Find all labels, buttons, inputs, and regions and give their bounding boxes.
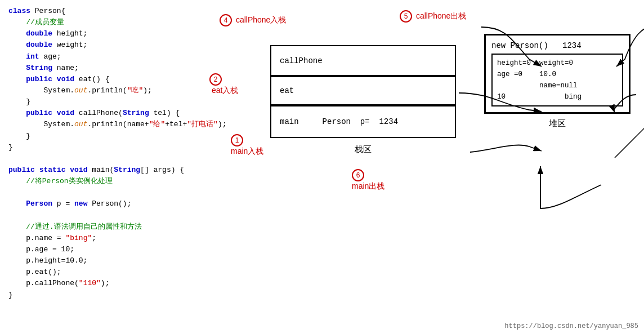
code-line: //通过.语法调用自己的属性和方法 bbox=[8, 221, 205, 233]
code-line bbox=[8, 210, 205, 221]
annotation-callphone-in: 4 callPhone入栈 bbox=[220, 14, 286, 26]
code-line: System.out.println("吃"); bbox=[8, 85, 205, 96]
footer: https://blog.csdn.net/yanyuan_985 bbox=[504, 322, 638, 330]
code-line: int age; bbox=[8, 51, 205, 63]
heap-area: new Person() 1234 height=0 weight=0 age … bbox=[484, 34, 630, 114]
code-line: } bbox=[8, 96, 205, 108]
code-line: public void callPhone(String tel) { bbox=[8, 108, 205, 119]
code-line: System.out.println(name+"给"+tel+"打电话"); bbox=[8, 119, 205, 130]
code-line: p.height=10.0; bbox=[8, 255, 205, 267]
stack-frame-main: main Person p= 1234 bbox=[270, 105, 456, 138]
code-line: //将Person类实例化处理 bbox=[8, 176, 205, 187]
stack-label: 栈区 bbox=[355, 144, 372, 155]
code-line: public static void main(String[] args) { bbox=[8, 165, 205, 176]
code-line: p.age = 10; bbox=[8, 244, 205, 255]
annotation-main-out: 6main出栈 bbox=[352, 169, 384, 192]
code-line: p.name = "bing"; bbox=[8, 233, 205, 244]
heap-label: 堆区 bbox=[549, 118, 566, 129]
code-line: } bbox=[8, 290, 205, 301]
code-line: p.eat(); bbox=[8, 267, 205, 278]
code-line bbox=[8, 153, 205, 165]
annotation-main-in: 1main入栈 bbox=[231, 134, 263, 157]
frame-label-eat: eat bbox=[280, 86, 294, 95]
code-line: } bbox=[8, 131, 205, 142]
stack-frame-callphone: callPhone bbox=[270, 45, 456, 76]
code-line: double height; bbox=[8, 28, 205, 39]
stack-frame-eat: eat bbox=[270, 76, 456, 105]
code-line: //成员变量 bbox=[8, 17, 205, 28]
frame-label-callphone: callPhone bbox=[280, 56, 323, 65]
heap-title: new Person() 1234 bbox=[491, 41, 623, 50]
code-line: double weight; bbox=[8, 39, 205, 51]
code-line: String name; bbox=[8, 63, 205, 74]
code-line: class Person{ bbox=[8, 6, 205, 17]
code-line: public void eat() { bbox=[8, 74, 205, 85]
code-panel: class Person{ //成员变量 double height; doub… bbox=[0, 0, 214, 333]
annotation-eat-in: 2 eat入栈 bbox=[209, 73, 238, 96]
stack-area: callPhone eat main Person p= 1234 栈区 bbox=[270, 45, 456, 138]
code-line: } bbox=[8, 142, 205, 153]
code-line: p.callPhone("110"); bbox=[8, 278, 205, 289]
code-line bbox=[8, 187, 205, 198]
annotation-callphone-out: 5 callPhone出栈 bbox=[400, 10, 466, 23]
diagram-panel: 4 callPhone入栈 5 callPhone出栈 2 eat入栈 3eat… bbox=[208, 0, 644, 333]
heap-inner: height=0 weight=0 age =0 10.0 name=null … bbox=[491, 54, 623, 106]
code-line: Person p = new Person(); bbox=[8, 198, 205, 210]
frame-label-main: main Person p= 1234 bbox=[280, 117, 398, 126]
